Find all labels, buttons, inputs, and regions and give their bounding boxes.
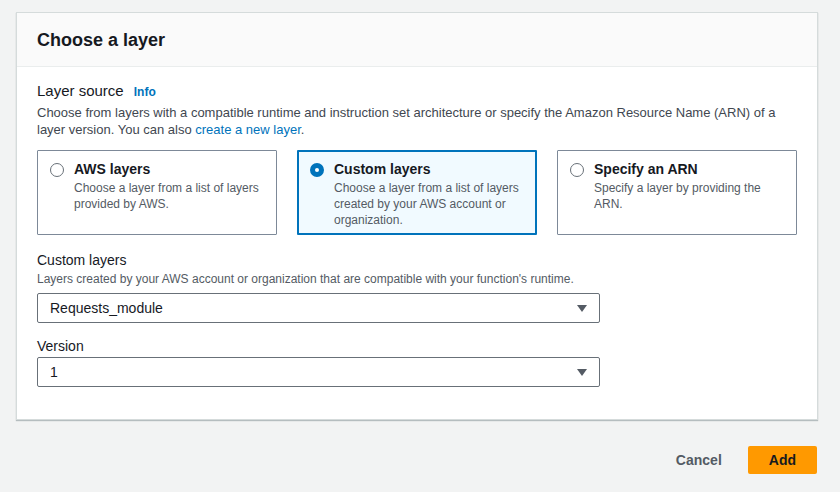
tile-aws-layers[interactable]: AWS layers Choose a layer from a list of… bbox=[37, 150, 277, 235]
custom-layers-select[interactable]: Requests_module bbox=[37, 293, 600, 323]
chevron-down-icon bbox=[577, 369, 587, 376]
version-select[interactable]: 1 bbox=[37, 357, 600, 387]
tile-aws-layers-description: Choose a layer from a list of layers pro… bbox=[74, 180, 264, 212]
layer-source-label-row: Layer source Info bbox=[37, 82, 797, 99]
cancel-button[interactable]: Cancel bbox=[676, 447, 722, 473]
tile-custom-layers-description: Choose a layer from a list of layers cre… bbox=[334, 180, 524, 228]
create-new-layer-link[interactable]: create a new layer bbox=[195, 122, 301, 137]
description-text: Choose from layers with a compatible run… bbox=[37, 105, 775, 137]
custom-layers-select-value: Requests_module bbox=[50, 300, 163, 316]
tile-specify-arn[interactable]: Specify an ARN Specify a layer by provid… bbox=[557, 150, 797, 235]
add-button[interactable]: Add bbox=[748, 446, 817, 474]
custom-layers-description: Layers created by your AWS account or or… bbox=[37, 271, 797, 287]
tile-specify-arn-description: Specify a layer by providing the ARN. bbox=[594, 180, 784, 212]
custom-layers-field: Custom layers Layers created by your AWS… bbox=[37, 252, 797, 323]
radio-aws-layers[interactable] bbox=[50, 163, 64, 177]
version-label: Version bbox=[37, 338, 797, 354]
chevron-down-icon bbox=[577, 305, 587, 312]
layer-source-label: Layer source bbox=[37, 82, 124, 99]
tile-custom-layers-label: Custom layers bbox=[334, 161, 524, 177]
tile-specify-arn-label: Specify an ARN bbox=[594, 161, 784, 177]
tile-aws-layers-label: AWS layers bbox=[74, 161, 264, 177]
panel-body: Layer source Info Choose from layers wit… bbox=[17, 67, 817, 419]
panel-title: Choose a layer bbox=[37, 30, 797, 51]
custom-layers-label: Custom layers bbox=[37, 252, 797, 268]
action-footer: Cancel Add bbox=[676, 446, 817, 474]
version-select-value: 1 bbox=[50, 364, 58, 380]
tile-custom-layers[interactable]: Custom layers Choose a layer from a list… bbox=[297, 150, 537, 235]
info-link[interactable]: Info bbox=[134, 85, 156, 99]
panel-header: Choose a layer bbox=[17, 13, 817, 67]
version-field: Version 1 bbox=[37, 338, 797, 387]
description-period: . bbox=[301, 122, 305, 137]
layer-source-description: Choose from layers with a compatible run… bbox=[37, 104, 797, 138]
radio-custom-layers[interactable] bbox=[310, 163, 324, 177]
radio-specify-arn[interactable] bbox=[570, 163, 584, 177]
layer-source-tiles: AWS layers Choose a layer from a list of… bbox=[37, 150, 797, 235]
choose-a-layer-panel: Choose a layer Layer source Info Choose … bbox=[16, 12, 818, 420]
